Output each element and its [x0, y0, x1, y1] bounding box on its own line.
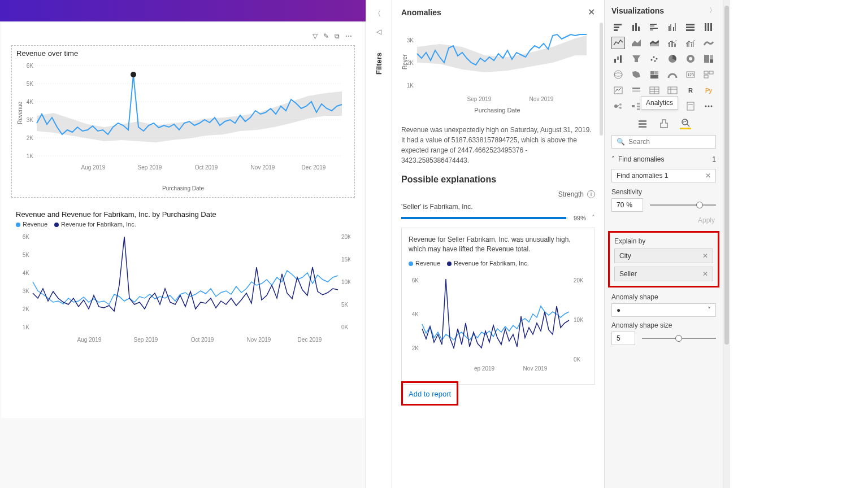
sensitivity-slider[interactable]: [650, 204, 716, 206]
svg-point-80: [651, 59, 653, 61]
remove-icon[interactable]: ✕: [702, 270, 708, 278]
kpi-icon[interactable]: [611, 84, 625, 97]
100-column-icon[interactable]: [702, 21, 715, 33]
chart1-xlabel: Purchasing Date: [16, 185, 350, 191]
stacked-bar-icon[interactable]: [611, 21, 625, 33]
area-chart-icon[interactable]: [630, 37, 643, 49]
stacked-area-icon[interactable]: [648, 37, 661, 49]
line-chart-icon[interactable]: [611, 37, 625, 49]
map-icon[interactable]: [611, 68, 625, 81]
r-visual-icon[interactable]: R: [684, 84, 697, 97]
line-clustered-icon[interactable]: [684, 37, 697, 49]
apply-button[interactable]: Apply: [613, 216, 715, 224]
info-icon[interactable]: i: [587, 190, 595, 198]
remove-icon[interactable]: ✕: [702, 252, 708, 260]
line-column-icon[interactable]: [666, 37, 679, 49]
100-bar-icon[interactable]: [684, 21, 697, 33]
svg-rect-59: [650, 29, 653, 30]
speaker-icon[interactable]: ◁: [375, 28, 384, 36]
close-icon[interactable]: ✕: [588, 7, 595, 18]
svg-text:2K: 2K: [412, 345, 419, 351]
svg-text:5K: 5K: [23, 252, 30, 258]
svg-text:3K: 3K: [407, 37, 414, 43]
visualizations-pane: Visualizations 〉 123 R Py: [605, 0, 723, 488]
svg-rect-62: [673, 27, 674, 31]
svg-point-91: [614, 73, 622, 76]
format-tab-icon[interactable]: [658, 118, 670, 129]
chevron-right-icon[interactable]: 〉: [709, 6, 716, 15]
anomaly-size-input[interactable]: 5: [611, 332, 635, 345]
explain-chip-city[interactable]: City ✕: [614, 249, 713, 263]
sensitivity-input[interactable]: 70%: [611, 198, 643, 212]
svg-rect-72: [674, 43, 676, 47]
scrollbar-thumb[interactable]: [724, 6, 729, 345]
analytics-tab-icon[interactable]: [680, 118, 691, 129]
filter-icon[interactable]: ▽: [313, 32, 318, 40]
svg-rect-93: [654, 71, 658, 75]
scatter-icon[interactable]: [648, 53, 661, 65]
multi-card-icon[interactable]: [702, 68, 715, 81]
paginated-icon[interactable]: [684, 100, 697, 112]
gauge-icon[interactable]: [666, 68, 679, 81]
svg-text:Dec 2019: Dec 2019: [302, 164, 326, 171]
add-to-report-highlight: Add to report: [401, 381, 458, 406]
visual-revenue-fabrikam[interactable]: Revenue and Revenue for Fabrikam, Inc. b…: [11, 206, 355, 364]
svg-line-133: [687, 124, 689, 127]
clustered-column-icon[interactable]: [666, 21, 679, 33]
svg-rect-131: [639, 126, 646, 128]
funnel-icon[interactable]: [630, 53, 643, 65]
svg-text:Nov 2019: Nov 2019: [523, 365, 548, 372]
pie-icon[interactable]: [666, 53, 679, 65]
svg-text:0K: 0K: [341, 324, 349, 330]
shape-map-icon[interactable]: [648, 68, 661, 81]
svg-text:10K: 10K: [574, 317, 584, 323]
visual-revenue-over-time[interactable]: ▽ ✎ ⧉ ⋯ Revenue over time Revenue 6K 5K …: [11, 45, 355, 198]
find-anomalies-header[interactable]: ˄ Find anomalies 1: [611, 155, 716, 163]
py-visual-icon[interactable]: Py: [702, 84, 715, 97]
svg-rect-66: [686, 29, 695, 31]
card-icon[interactable]: 123: [684, 68, 697, 81]
key-influencers-icon[interactable]: [611, 100, 625, 112]
close-icon[interactable]: ✕: [705, 172, 711, 180]
donut-icon[interactable]: [684, 53, 697, 65]
focus-icon[interactable]: ✎: [323, 32, 329, 40]
add-to-report-link[interactable]: Add to report: [409, 390, 451, 398]
canvas-content: ▽ ✎ ⧉ ⋯ Revenue over time Revenue 6K 5K …: [1, 23, 364, 418]
filters-pane-collapsed[interactable]: 〈 ◁ Filters: [366, 0, 392, 488]
card-legend: Revenue Revenue for Fabrikam, Inc.: [409, 260, 588, 267]
svg-rect-89: [710, 59, 713, 63]
export-icon[interactable]: ⧉: [335, 32, 340, 40]
svg-text:2K: 2K: [27, 135, 34, 141]
anomaly-shape-dropdown[interactable]: ● ˅: [611, 303, 716, 317]
chevron-down-icon: ˅: [708, 306, 711, 314]
search-input[interactable]: [628, 138, 713, 146]
slicer-icon[interactable]: [630, 84, 643, 97]
waterfall-icon[interactable]: [611, 53, 625, 65]
table-icon[interactable]: [648, 84, 661, 97]
stacked-column-icon[interactable]: [630, 21, 643, 33]
svg-point-82: [656, 58, 658, 60]
scrollbar-thumb[interactable]: [600, 23, 603, 136]
svg-text:6K: 6K: [412, 277, 419, 284]
svg-text:5K: 5K: [341, 302, 349, 308]
treemap-icon[interactable]: [702, 53, 715, 65]
anomaly-size-slider[interactable]: [642, 338, 716, 339]
ribbon-icon[interactable]: [702, 37, 715, 49]
more-visuals-icon[interactable]: [702, 100, 715, 112]
svg-text:10K: 10K: [341, 279, 350, 285]
more-icon[interactable]: ⋯: [345, 32, 352, 40]
clustered-bar-icon[interactable]: [648, 21, 661, 33]
svg-point-90: [614, 71, 622, 79]
collapse-icon[interactable]: 〈: [374, 9, 384, 19]
anomaly-card-name[interactable]: Find anomalies 1 ✕: [611, 169, 716, 182]
explain-chip-seller[interactable]: Seller ✕: [614, 267, 713, 281]
fields-tab-icon[interactable]: [637, 118, 648, 129]
viz-scrollbar[interactable]: [723, 0, 730, 488]
svg-text:0K: 0K: [574, 356, 581, 363]
matrix-icon[interactable]: [666, 84, 679, 97]
svg-rect-119: [637, 108, 640, 110]
search-box[interactable]: 🔍: [611, 135, 716, 149]
filled-map-icon[interactable]: [630, 68, 643, 81]
anomaly-description: Revenue was unexpectedly high on Saturda…: [401, 125, 595, 165]
chevron-up-icon[interactable]: ˄: [592, 214, 595, 222]
